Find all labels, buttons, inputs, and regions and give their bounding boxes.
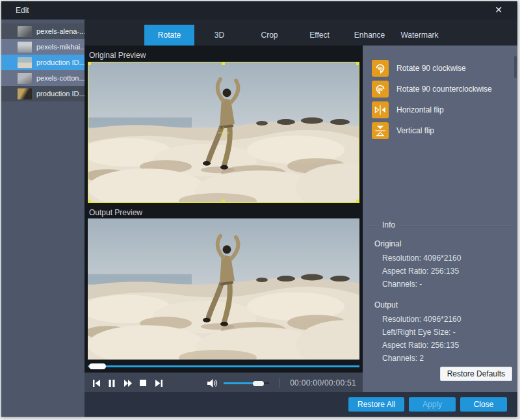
close-button[interactable]: Close	[460, 397, 507, 412]
time-display: 00:00:00/00:00:51	[290, 378, 356, 387]
original-resolution: Resolution: 4096*2160	[382, 254, 461, 263]
video-thumbnail	[18, 88, 32, 99]
video-thumbnail	[18, 26, 32, 37]
info-section-label: Info	[378, 220, 399, 230]
dialog-frame: Edit ✕ pexels-alena-... pexels-mikhai...…	[0, 0, 520, 420]
edit-dialog: Edit ✕ pexels-alena-... pexels-mikhai...…	[1, 1, 517, 417]
original-aspect-ratio: Aspect Ratio: 256:135	[382, 267, 459, 276]
crop-handle[interactable]	[88, 200, 91, 203]
rotate-panel: 90 Rotate 90 clockwise 90 Rotate 90 coun…	[363, 46, 517, 393]
svg-text:90: 90	[378, 66, 383, 71]
tab-strip: Rotate 3D Crop Effect Enhance Watermark	[84, 20, 517, 46]
preview-area: Original Preview Output Preview	[84, 46, 363, 393]
info-section-header: Info	[367, 220, 512, 230]
video-filename: pexels-alena-...	[36, 27, 84, 35]
tab-crop[interactable]: Crop	[244, 25, 294, 46]
crop-handle[interactable]	[356, 200, 359, 203]
title-bar: Edit ✕	[1, 1, 517, 20]
original-preview-label: Original Preview	[89, 51, 146, 60]
vertical-flip-icon	[372, 122, 389, 139]
video-list-item-selected[interactable]: production ID...	[1, 55, 84, 70]
volume-handle[interactable]	[253, 381, 264, 386]
video-thumbnail	[18, 42, 32, 53]
scrollbar-thumb[interactable]	[514, 56, 517, 78]
tab-watermark[interactable]: Watermark	[395, 25, 445, 46]
rotate-clockwise-icon: 90	[372, 60, 389, 77]
tool-label: Vertical flip	[396, 126, 434, 135]
restore-defaults-button[interactable]: Restore Defaults	[440, 367, 512, 381]
video-filename: production ID...	[36, 90, 84, 98]
original-preview-video	[88, 62, 359, 203]
original-info-heading: Original	[374, 239, 401, 248]
video-list-item[interactable]: pexels-mikhai...	[1, 39, 84, 55]
video-thumbnail	[18, 57, 32, 68]
output-channels: Channels: 2	[382, 354, 424, 363]
video-list-item[interactable]: production ID...	[1, 86, 84, 101]
rotate-90-clockwise-button[interactable]: 90 Rotate 90 clockwise	[372, 60, 466, 77]
video-thumbnail	[18, 73, 32, 84]
output-aspect-ratio: Aspect Ratio: 256:135	[382, 341, 459, 350]
seek-handle[interactable]	[89, 363, 106, 369]
bottom-action-bar: Restore All Apply Close	[84, 392, 517, 417]
video-list-item[interactable]: pexels-alena-...	[1, 23, 84, 39]
tab-effect[interactable]: Effect	[294, 25, 344, 46]
horizontal-flip-button[interactable]: Horizontal flip	[372, 101, 444, 118]
stop-icon[interactable]	[139, 378, 148, 387]
rotate-90-counterclockwise-button[interactable]: 90 Rotate 90 counterclockwise	[372, 81, 492, 98]
vertical-flip-button[interactable]: Vertical flip	[372, 122, 434, 139]
crop-selection-box[interactable]	[88, 62, 359, 203]
playback-controls: 00:00:00/00:00:51	[84, 373, 363, 393]
output-video-frame	[88, 218, 359, 360]
seek-bar[interactable]	[88, 363, 359, 369]
tab-3d[interactable]: 3D	[194, 25, 244, 46]
video-filename: pexels-cotton...	[36, 74, 84, 82]
output-preview-label: Output Preview	[89, 208, 142, 217]
tab-rotate[interactable]: Rotate	[144, 25, 194, 46]
fast-forward-icon[interactable]	[124, 378, 133, 387]
crop-handle[interactable]	[222, 62, 225, 65]
tool-label: Horizontal flip	[396, 105, 444, 114]
pause-icon[interactable]	[108, 378, 117, 387]
output-preview-video	[88, 218, 359, 360]
dialog-title: Edit	[16, 6, 29, 15]
crop-handle[interactable]	[356, 62, 359, 65]
output-resolution: Resolution: 4096*2160	[382, 315, 461, 324]
crop-handle[interactable]	[222, 200, 225, 203]
output-info-heading: Output	[374, 300, 398, 309]
apply-button[interactable]: Apply	[409, 397, 456, 412]
volume-control	[207, 378, 269, 388]
skip-forward-icon[interactable]	[155, 378, 164, 387]
crop-handle[interactable]	[88, 62, 91, 65]
rotate-counterclockwise-icon: 90	[372, 81, 389, 98]
video-filename: production ID...	[36, 59, 84, 66]
tool-label: Rotate 90 clockwise	[396, 64, 466, 73]
horizontal-flip-icon	[372, 101, 389, 118]
output-eye-size: Left/Right Eye Size: -	[382, 328, 456, 337]
skip-back-icon[interactable]	[92, 378, 101, 387]
svg-text:90: 90	[378, 87, 383, 92]
speaker-icon[interactable]	[207, 378, 218, 388]
controls-divider	[280, 378, 280, 388]
tool-label: Rotate 90 counterclockwise	[396, 85, 492, 94]
video-filename: pexels-mikhai...	[36, 43, 84, 51]
tab-enhance[interactable]: Enhance	[344, 25, 395, 46]
video-list-sidebar: pexels-alena-... pexels-mikhai... produc…	[1, 20, 84, 417]
volume-slider[interactable]	[224, 380, 269, 386]
restore-all-button[interactable]: Restore All	[348, 397, 404, 412]
original-channels: Channels: -	[382, 280, 422, 289]
video-list-item[interactable]: pexels-cotton...	[1, 70, 84, 86]
seek-track[interactable]	[88, 365, 359, 367]
close-icon[interactable]: ✕	[493, 5, 504, 15]
